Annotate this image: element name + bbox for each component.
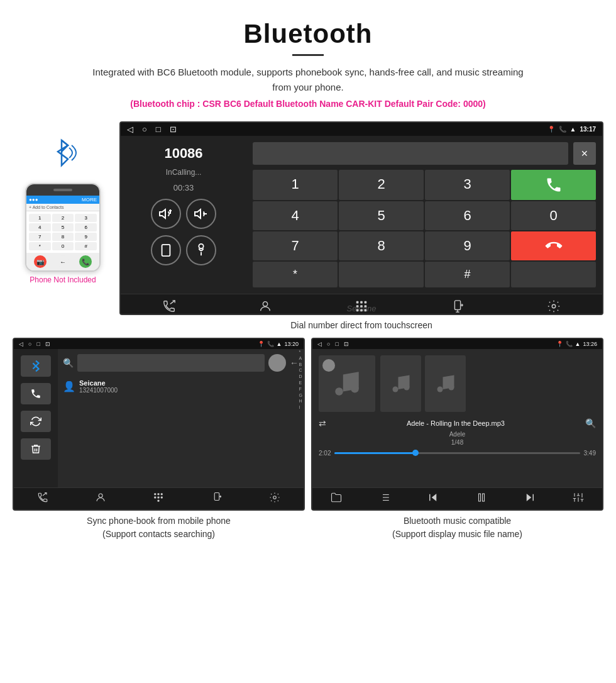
- music-note-main-icon: [331, 368, 363, 399]
- pb-time: 13:20: [284, 341, 299, 347]
- volume-down-button[interactable]: [186, 199, 216, 229]
- svg-point-25: [553, 304, 556, 308]
- pb-sync-button[interactable]: [21, 411, 51, 432]
- phone-key-9: 9: [75, 233, 97, 241]
- music-recent-icon[interactable]: □: [335, 341, 338, 347]
- music-play-icon[interactable]: [476, 492, 487, 506]
- call-answer-button[interactable]: [511, 170, 596, 200]
- numpad-key-1[interactable]: 1: [253, 170, 338, 200]
- numpad-key-5[interactable]: 5: [339, 201, 424, 230]
- numpad-key-8[interactable]: 8: [339, 231, 424, 260]
- pb-toolbar-calls[interactable]: [37, 492, 48, 506]
- phone-key-1: 1: [29, 214, 51, 222]
- music-progress-bar[interactable]: [334, 452, 580, 454]
- phone-end-call-button[interactable]: 📷: [34, 255, 47, 268]
- svg-marker-56: [526, 494, 531, 501]
- music-status-time: 13:26: [583, 341, 597, 347]
- pb-call-button[interactable]: [21, 383, 51, 404]
- car-dialer-toolbar: [121, 294, 602, 315]
- bluetooth-waves-icon: [44, 134, 82, 172]
- phonebook-item: ◁ ○ □ ⊡ 📍 📞 ▲ 13:20: [13, 338, 305, 541]
- dial-label: Dial number direct from touchscreen: [119, 315, 603, 338]
- numpad-key-3[interactable]: 3: [425, 170, 510, 200]
- pb-contact-number: 13241007000: [79, 387, 118, 394]
- pb-contact-info: Seicane 13241007000: [79, 379, 118, 394]
- music-back-icon[interactable]: ◁: [317, 341, 322, 347]
- svg-rect-14: [360, 305, 363, 308]
- numpad-key-hash[interactable]: #: [425, 262, 510, 287]
- dialer-secondary-buttons: [151, 235, 216, 265]
- music-next-icon[interactable]: [524, 492, 536, 506]
- dialer-right-panel: ✕ 1 2 3 4: [246, 136, 602, 294]
- car-screen-container: ◁ ○ □ ⊡ 📍 📞 ▲ 13:17: [119, 121, 603, 338]
- pb-back-icon[interactable]: ◁: [19, 341, 23, 347]
- numpad-key-4[interactable]: 4: [253, 201, 338, 230]
- phone-key-star: *: [29, 242, 51, 250]
- toolbar-transfer-icon[interactable]: [451, 299, 465, 315]
- pb-home-icon[interactable]: ○: [28, 341, 31, 347]
- svg-rect-5: [162, 245, 170, 256]
- mute-button[interactable]: [186, 235, 216, 265]
- album-overlay-circle: [322, 359, 335, 372]
- pb-toolbar-settings[interactable]: [269, 492, 280, 506]
- svg-rect-32: [158, 497, 160, 499]
- numpad-key-2[interactable]: 2: [339, 170, 424, 200]
- recents-nav-icon[interactable]: □: [156, 125, 161, 134]
- music-equalizer-icon[interactable]: [573, 492, 584, 506]
- pb-recent-icon[interactable]: □: [36, 341, 40, 347]
- music-wifi-icon: ▲: [575, 341, 581, 347]
- dialer-control-buttons: [151, 199, 216, 229]
- back-nav-icon[interactable]: ◁: [127, 125, 133, 134]
- toolbar-calls-icon[interactable]: [162, 299, 176, 315]
- pb-scroll-button[interactable]: [268, 354, 286, 372]
- pb-toolbar-contacts[interactable]: [95, 492, 106, 506]
- pb-keyboard-back-icon[interactable]: ←: [290, 358, 299, 368]
- transfer-button[interactable]: [151, 235, 181, 265]
- phone-call-button[interactable]: 📞: [79, 255, 92, 268]
- music-main-album-art: [319, 355, 375, 412]
- numpad-key-9[interactable]: 9: [425, 231, 510, 260]
- pb-delete-button[interactable]: [21, 438, 51, 460]
- music-folder-icon[interactable]: [331, 492, 342, 506]
- header-specs: (Bluetooth chip : CSR BC6 Default Blueto…: [13, 99, 603, 109]
- pb-main: 🔍 ← 👤 Seicane 13241007000 *: [58, 349, 304, 487]
- dialer-text-input[interactable]: [253, 142, 568, 165]
- svg-marker-0: [160, 209, 165, 218]
- backspace-button[interactable]: ✕: [573, 142, 596, 165]
- music-home-icon[interactable]: ○: [327, 341, 330, 347]
- pb-search-icon[interactable]: 🔍: [63, 358, 74, 368]
- svg-rect-28: [155, 493, 157, 495]
- numpad-key-star[interactable]: *: [253, 262, 338, 287]
- call-end-button[interactable]: [511, 231, 596, 260]
- music-prev-icon[interactable]: [427, 492, 439, 506]
- music-shuffle-icon[interactable]: ⇄: [319, 418, 326, 428]
- pb-toolbar-dialpad[interactable]: [153, 492, 164, 506]
- svg-rect-55: [482, 494, 484, 501]
- numpad-key-7[interactable]: 7: [253, 231, 338, 260]
- music-info: ⇄ Adele - Rolling In the Deep.mp3 🔍 Adel…: [319, 418, 596, 460]
- toolbar-settings-icon[interactable]: [547, 299, 561, 315]
- music-search-icon[interactable]: 🔍: [585, 418, 596, 428]
- pb-bluetooth-button[interactable]: [21, 355, 51, 377]
- pb-search-bar[interactable]: [77, 354, 265, 372]
- music-label: Bluetooth music compatible (Support disp…: [311, 514, 603, 541]
- pb-body: 🔍 ← 👤 Seicane 13241007000 *: [14, 349, 304, 487]
- svg-rect-13: [356, 305, 359, 308]
- toolbar-dialpad-icon[interactable]: [355, 299, 368, 315]
- pb-nav-icons: ◁ ○ □ ⊡: [19, 341, 50, 347]
- music-status-icons: 📍 📞 ▲ 13:26: [556, 341, 597, 347]
- pb-alphabet-index: * A B C D E F G H I: [299, 349, 302, 411]
- phone-add-contacts: + Add to Contacts: [26, 204, 99, 211]
- phone-top-bar: [26, 184, 99, 196]
- phone-key-3: 3: [75, 214, 97, 222]
- music-list-icon[interactable]: [379, 492, 390, 506]
- header-description: Integrated with BC6 Bluetooth module, su…: [88, 65, 528, 95]
- numpad-key-0[interactable]: 0: [511, 201, 596, 230]
- volume-up-button[interactable]: [151, 199, 181, 229]
- toolbar-contacts-icon[interactable]: [258, 299, 272, 315]
- numpad-key-6[interactable]: 6: [425, 201, 510, 230]
- home-nav-icon[interactable]: ○: [142, 125, 147, 134]
- music-side-art-right: [425, 355, 466, 412]
- dialer-status-label: InCalling...: [166, 168, 202, 177]
- pb-toolbar-transfer[interactable]: [211, 492, 223, 506]
